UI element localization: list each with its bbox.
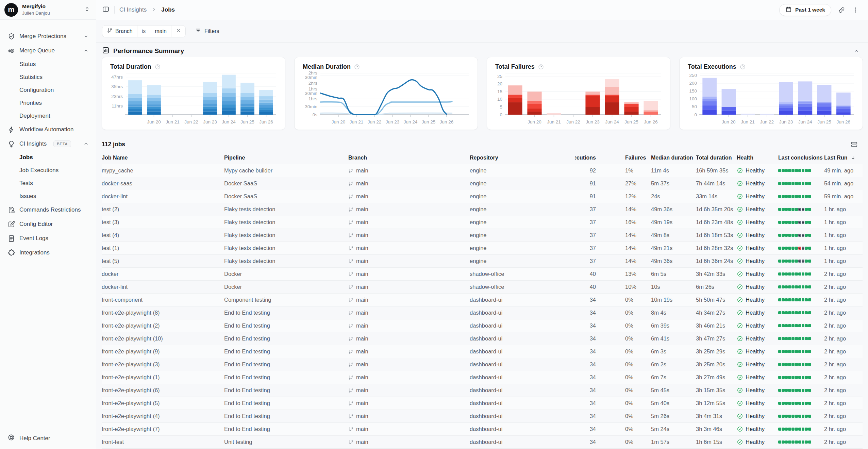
column-header-last-run[interactable]: Last Run <box>824 155 863 161</box>
conclusion-square-neutral[interactable] <box>802 221 805 224</box>
conclusion-square-success[interactable] <box>795 298 798 302</box>
conclusion-square-success[interactable] <box>785 337 788 340</box>
conclusion-square-success[interactable] <box>795 221 798 224</box>
conclusion-square-success[interactable] <box>808 350 811 353</box>
help-center[interactable]: Help Center <box>7 434 50 443</box>
table-row[interactable]: front-e2e-playwright (8)End to End testi… <box>102 306 863 319</box>
conclusion-square-success[interactable] <box>805 376 808 379</box>
conclusion-square-success[interactable] <box>785 402 788 405</box>
conclusion-square-success[interactable] <box>795 208 798 211</box>
sidebar-item-workflow-automation[interactable]: Workflow Automation <box>0 122 96 137</box>
conclusion-square-success[interactable] <box>798 298 801 302</box>
conclusion-square-success[interactable] <box>778 234 781 237</box>
conclusion-square-success[interactable] <box>782 440 785 444</box>
question-icon[interactable] <box>538 64 544 70</box>
breadcrumb-ci-insights[interactable]: CI Insights <box>119 6 147 13</box>
conclusion-square-success[interactable] <box>782 169 785 172</box>
sidebar-item-issues[interactable]: Issues <box>0 190 96 203</box>
conclusion-square-success[interactable] <box>785 272 788 276</box>
conclusion-square-success[interactable] <box>791 169 795 172</box>
conclusion-square-success[interactable] <box>805 363 808 366</box>
conclusion-square-success[interactable] <box>805 402 808 405</box>
conclusion-square-success[interactable] <box>788 247 791 250</box>
table-row[interactable]: front-e2e-playwright (4)End to End testi… <box>102 410 863 423</box>
conclusion-square-success[interactable] <box>805 247 808 250</box>
conclusion-square-success[interactable] <box>791 415 795 418</box>
conclusion-square-success[interactable] <box>802 169 805 172</box>
conclusion-square-success[interactable] <box>791 221 795 224</box>
conclusion-square-success[interactable] <box>808 389 811 392</box>
conclusion-square-success[interactable] <box>795 195 798 198</box>
conclusion-square-success[interactable] <box>795 350 798 353</box>
column-header-repository[interactable]: Repository <box>470 155 575 161</box>
conclusion-square-success[interactable] <box>795 272 798 276</box>
conclusion-square-success[interactable] <box>788 298 791 302</box>
conclusion-square-success[interactable] <box>802 324 805 328</box>
table-row[interactable]: front-e2e-playwright (7)End to End testi… <box>102 423 863 436</box>
conclusion-square-success[interactable] <box>805 221 808 224</box>
conclusion-square-success[interactable] <box>802 311 805 315</box>
conclusion-square-success[interactable] <box>782 311 785 315</box>
conclusion-square-success[interactable] <box>795 440 798 444</box>
conclusion-square-success[interactable] <box>805 234 808 237</box>
conclusion-square-success[interactable] <box>798 195 801 198</box>
table-row[interactable]: test (3)Flaky tests detectionmainengine3… <box>102 216 863 229</box>
column-header-executions[interactable]: Executions <box>575 155 599 161</box>
conclusion-square-neutral[interactable] <box>798 234 801 237</box>
conclusion-square-success[interactable] <box>788 350 791 353</box>
conclusion-square-success[interactable] <box>782 298 785 302</box>
conclusion-square-success[interactable] <box>785 415 788 418</box>
conclusion-square-success[interactable] <box>798 350 801 353</box>
conclusion-square-success[interactable] <box>785 285 788 289</box>
conclusion-square-success[interactable] <box>785 182 788 185</box>
sidebar-item-status[interactable]: Status <box>0 58 96 71</box>
date-range-button[interactable]: Past 1 week <box>779 4 831 16</box>
conclusion-square-success[interactable] <box>778 324 781 328</box>
conclusion-square-success[interactable] <box>791 234 795 237</box>
conclusion-square-success[interactable] <box>788 234 791 237</box>
conclusion-square-success[interactable] <box>795 324 798 328</box>
conclusion-square-success[interactable] <box>782 402 785 405</box>
filter-chip-value[interactable]: main <box>150 26 171 37</box>
conclusion-square-success[interactable] <box>782 195 785 198</box>
conclusion-square-success[interactable] <box>808 415 811 418</box>
conclusion-square-success[interactable] <box>802 285 805 289</box>
conclusion-square-success[interactable] <box>785 298 788 302</box>
column-header-median-duration[interactable]: Median duration <box>651 155 696 161</box>
question-icon[interactable] <box>354 64 360 70</box>
conclusion-square-neutral[interactable] <box>798 221 801 224</box>
conclusion-square-success[interactable] <box>788 440 791 444</box>
conclusion-square-success[interactable] <box>791 182 795 185</box>
conclusion-square-success[interactable] <box>778 440 781 444</box>
conclusion-square-success[interactable] <box>782 350 785 353</box>
sidebar-item-priorities[interactable]: Priorities <box>0 97 96 110</box>
conclusion-square-success[interactable] <box>785 234 788 237</box>
conclusion-square-success[interactable] <box>808 428 811 431</box>
conclusion-square-success[interactable] <box>778 195 781 198</box>
conclusion-square-success[interactable] <box>778 415 781 418</box>
conclusion-square-success[interactable] <box>802 337 805 340</box>
conclusion-square-success[interactable] <box>782 389 785 392</box>
column-header-job-name[interactable]: Job Name <box>102 155 224 161</box>
conclusion-square-success[interactable] <box>808 285 811 289</box>
conclusion-square-success[interactable] <box>778 311 781 315</box>
table-row[interactable]: front-testUnit testingmaindashboard-ui34… <box>102 436 863 449</box>
conclusion-square-success[interactable] <box>782 337 785 340</box>
conclusion-square-success[interactable] <box>802 402 805 405</box>
conclusion-square-success[interactable] <box>808 376 811 379</box>
conclusion-square-success[interactable] <box>805 337 808 340</box>
conclusion-square-success[interactable] <box>805 195 808 198</box>
conclusion-square-success[interactable] <box>788 195 791 198</box>
conclusion-square-success[interactable] <box>795 260 798 263</box>
table-row[interactable]: dockerDockermainshadow-office4013%6m 5s3… <box>102 268 863 281</box>
table-row[interactable]: test (2)Flaky tests detectionmainengine3… <box>102 203 863 216</box>
conclusion-square-success[interactable] <box>808 260 811 263</box>
column-header-branch[interactable]: Branch <box>348 155 470 161</box>
conclusion-square-success[interactable] <box>782 182 785 185</box>
conclusion-square-success[interactable] <box>778 428 781 431</box>
conclusion-square-neutral[interactable] <box>802 208 805 211</box>
conclusion-square-success[interactable] <box>791 208 795 211</box>
conclusion-square-success[interactable] <box>791 350 795 353</box>
conclusion-square-success[interactable] <box>788 221 791 224</box>
table-row[interactable]: front-componentComponent testingmaindash… <box>102 294 863 306</box>
